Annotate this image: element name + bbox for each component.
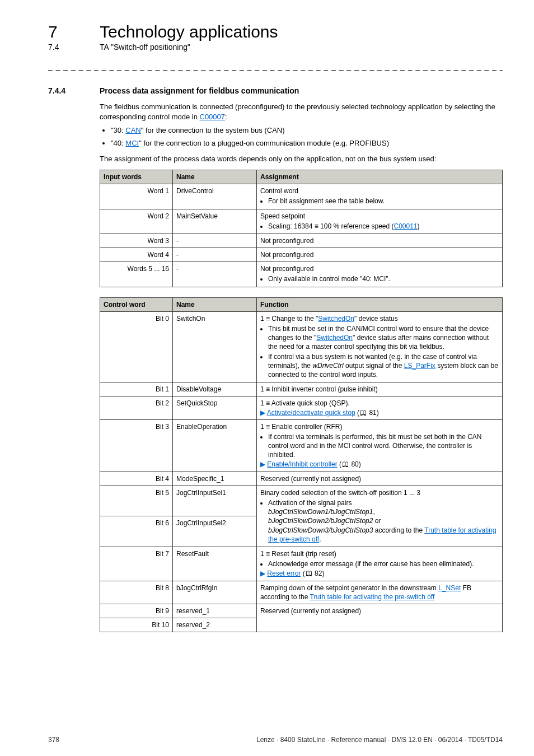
link-mci[interactable]: MCI bbox=[125, 139, 139, 147]
cell-text: Activation of the signal pairs bbox=[268, 499, 352, 507]
table-row: Bit 2 SetQuickStop 1 ≡ Activate quick st… bbox=[100, 396, 503, 419]
cell: ResetFault bbox=[173, 547, 257, 581]
link-ls-parfix[interactable]: LS_ParFix bbox=[404, 362, 435, 370]
cell: JogCtrlInputSel2 bbox=[173, 516, 257, 547]
table-row: Words 5 ... 16 - Not preconfigured Only … bbox=[100, 262, 503, 287]
cell-text: 80) bbox=[349, 460, 361, 468]
cell-text: 1 ≡ Change to the " bbox=[260, 315, 318, 323]
cell: Bit 3 bbox=[100, 419, 173, 472]
chapter-number: 7 bbox=[48, 22, 100, 41]
link-switchedon[interactable]: SwitchedOn bbox=[318, 315, 354, 323]
cell: DriveControl bbox=[173, 184, 257, 209]
link-l-nset[interactable]: L_NSet bbox=[438, 584, 461, 592]
cell-bullet: Scaling: 16384 ≡ 100 % reference speed (… bbox=[268, 222, 499, 231]
cell: Bit 7 bbox=[100, 547, 173, 581]
link-quick-stop[interactable]: Activate/deactivate quick stop bbox=[267, 409, 355, 417]
arrow-icon: ▶ bbox=[260, 409, 265, 417]
table-row: Bit 8 bJogCtrlRfgIn Ramping down of the … bbox=[100, 581, 503, 604]
cell-text-italic: bJogCtrlSlowDown2/bJogCtrlStop2 bbox=[268, 517, 373, 525]
cell: - bbox=[173, 248, 257, 262]
page-number: 378 bbox=[48, 736, 59, 744]
book-icon: 🕮 bbox=[341, 460, 349, 469]
cell: Reserved (currently not assigned) bbox=[257, 604, 503, 632]
cell-bullet: Acknowledge error message (if the error … bbox=[268, 559, 499, 568]
cell: Not preconfigured Only available in cont… bbox=[257, 262, 503, 287]
cell: 1 ≡ Activate quick stop (QSP). ▶ Activat… bbox=[257, 396, 503, 419]
cell: Bit 10 bbox=[100, 618, 173, 632]
table-header-row: Control word Name Function bbox=[100, 297, 503, 311]
subsection-number: 7.4 bbox=[48, 43, 100, 52]
cell-text: " device status bbox=[354, 315, 398, 323]
cell: - bbox=[173, 262, 257, 287]
cell-bullet: This bit must be set in the CAN/MCI cont… bbox=[268, 324, 499, 352]
cell: EnableOperation bbox=[173, 419, 257, 472]
cell: 1 ≡ Reset fault (trip reset) Acknowledge… bbox=[257, 547, 503, 581]
cell-text-italic: wDriveCtrl bbox=[312, 362, 343, 370]
cell: Not preconfigured bbox=[257, 234, 503, 248]
link-switchedon[interactable]: SwitchedOn bbox=[316, 334, 353, 342]
table-row: Word 3 - Not preconfigured bbox=[100, 234, 503, 248]
table-row: Bit 3 EnableOperation 1 ≡ Enable control… bbox=[100, 419, 503, 472]
link-reset-error[interactable]: Reset error bbox=[267, 570, 301, 577]
link-c00007[interactable]: C00007 bbox=[200, 113, 226, 121]
cell-text: 81) bbox=[367, 409, 379, 417]
cell: Binary coded selection of the switch-off… bbox=[257, 486, 503, 547]
cell-text: . bbox=[319, 535, 321, 543]
cell: JogCtrlInputSel1 bbox=[173, 486, 257, 516]
th-input-words: Input words bbox=[100, 170, 173, 184]
cell-text: or bbox=[373, 517, 381, 525]
section-number: 7.4.4 bbox=[48, 86, 100, 95]
cell: Bit 6 bbox=[100, 516, 173, 547]
link-enable-inhibit[interactable]: Enable/Inhibit controller bbox=[267, 460, 337, 468]
cell-bullet: Only available in control mode "40: MCI"… bbox=[268, 274, 499, 283]
link-c00011[interactable]: C00011 bbox=[394, 222, 417, 230]
link-truth-table[interactable]: Truth table for activating the pre-switc… bbox=[310, 593, 435, 601]
intro-text: : bbox=[225, 113, 227, 121]
cell: Bit 1 bbox=[100, 382, 173, 396]
cell-text: 82) bbox=[313, 570, 325, 577]
th-control-word: Control word bbox=[100, 297, 173, 311]
book-icon: 🕮 bbox=[359, 408, 367, 417]
table-header-row: Input words Name Assignment bbox=[100, 170, 503, 184]
th-assignment: Assignment bbox=[257, 170, 503, 184]
cell: Bit 2 bbox=[100, 396, 173, 419]
cell: Ramping down of the setpoint generator i… bbox=[257, 581, 503, 604]
cell-text: 1 ≡ Reset fault (trip reset) bbox=[260, 550, 336, 558]
cell-text: Speed setpoint bbox=[260, 212, 305, 220]
section-title: Process data assignment for fieldbus com… bbox=[100, 86, 299, 95]
table-row: Word 1 DriveControl Control word For bit… bbox=[100, 184, 503, 209]
cell: reserved_2 bbox=[173, 618, 257, 632]
doc-id: Lenze · 8400 StateLine · Reference manua… bbox=[256, 736, 503, 744]
cell: Word 2 bbox=[100, 209, 173, 234]
link-can[interactable]: CAN bbox=[125, 126, 140, 134]
bullet-item: "40: MCI" for the connection to a plugge… bbox=[111, 138, 503, 148]
book-icon: 🕮 bbox=[305, 569, 313, 578]
bullet-text: " for the connection to a plugged-on com… bbox=[139, 139, 389, 147]
table-row: Bit 7 ResetFault 1 ≡ Reset fault (trip r… bbox=[100, 547, 503, 581]
cell: Control word For bit assignment see the … bbox=[257, 184, 503, 209]
divider: _ _ _ _ _ _ _ _ _ _ _ _ _ _ _ _ _ _ _ _ … bbox=[48, 62, 503, 71]
cell: Word 4 bbox=[100, 248, 173, 262]
intro-text: The fieldbus communication is connected … bbox=[100, 102, 495, 121]
table-row: Bit 5 JogCtrlInputSel1 Binary coded sele… bbox=[100, 486, 503, 516]
cell: Word 1 bbox=[100, 184, 173, 209]
cell-bullet: For bit assignment see the table below. bbox=[268, 197, 499, 206]
cell: Bit 5 bbox=[100, 486, 173, 516]
cell-text: 1 ≡ Activate quick stop (QSP). bbox=[260, 399, 350, 407]
input-words-table: Input words Name Assignment Word 1 Drive… bbox=[100, 170, 503, 287]
cell: DisableVoltage bbox=[173, 382, 257, 396]
arrow-icon: ▶ bbox=[260, 570, 265, 577]
cell: MainSetValue bbox=[173, 209, 257, 234]
cell: Words 5 ... 16 bbox=[100, 262, 173, 287]
cell-text: Ramping down of the setpoint generator i… bbox=[260, 584, 438, 592]
cell-text-italic: bJogCtrlSlowDown3/bJogCtrlStop3 bbox=[268, 526, 373, 534]
table-row: Bit 9 reserved_1 Reserved (currently not… bbox=[100, 604, 503, 618]
cell-text: , bbox=[373, 508, 374, 516]
cell: 1 ≡ Inhibit inverter control (pulse inhi… bbox=[257, 382, 503, 396]
subsection-title: TA "Switch-off positioning" bbox=[100, 43, 190, 52]
cell: Word 3 bbox=[100, 234, 173, 248]
cell: Not preconfigured bbox=[257, 248, 503, 262]
cell-bullet: Activation of the signal pairs bJogCtrlS… bbox=[268, 498, 499, 544]
cell: Bit 9 bbox=[100, 604, 173, 618]
cell: - bbox=[173, 234, 257, 248]
